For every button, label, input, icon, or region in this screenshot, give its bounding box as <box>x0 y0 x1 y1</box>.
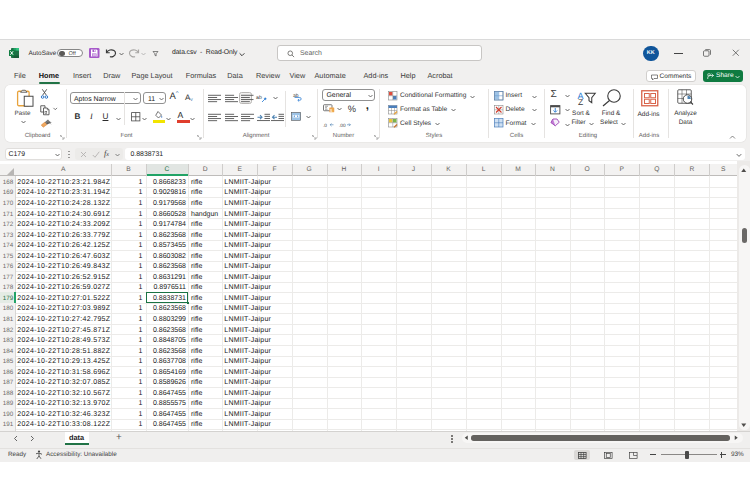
svg-text:.00: .00 <box>339 122 346 128</box>
svg-text:ab: ab <box>293 94 299 100</box>
svg-text:$: $ <box>330 109 332 113</box>
svg-text:ab: ab <box>256 94 262 100</box>
svg-text:Z: Z <box>578 98 583 108</box>
svg-text:.0: .0 <box>323 122 327 128</box>
